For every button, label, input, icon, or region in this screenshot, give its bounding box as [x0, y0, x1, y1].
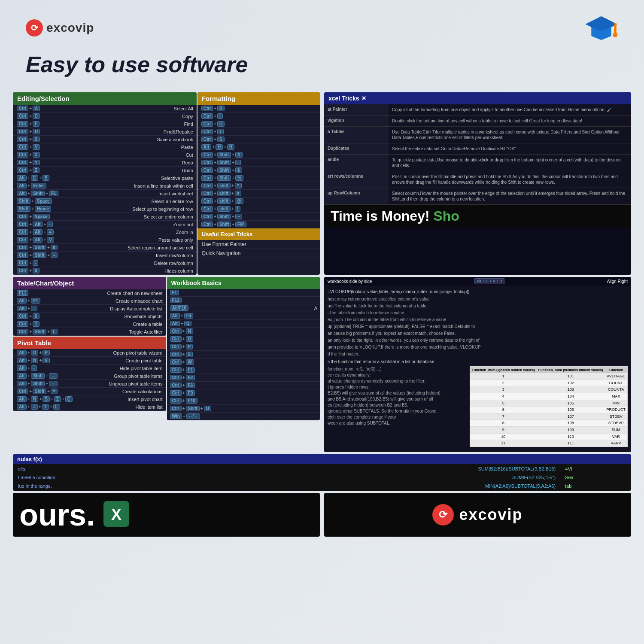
subtotal-line6: and B5.And subtotal(109,B2:B5) will give…	[328, 396, 463, 402]
money-banner: Time is Money! Sho	[324, 205, 631, 228]
table-row: ells. SUM(B2:B16)/SUBTOTAL(9,B2:B16) =VI	[14, 465, 630, 473]
table-row: Ctrl+Alt+VPaste value only	[13, 236, 197, 244]
formatting-table: Ctrl+B Ctrl+I Ctrl+U Ctrl+1 Ctrl+S Alt+H…	[197, 105, 320, 228]
table-row: Ctrl+ASelect All	[13, 105, 197, 112]
trick-name-handle: andle	[324, 155, 389, 171]
table-row: Ctrl+ZUndo	[13, 167, 197, 174]
bottom-banner: ours. X ⟳ excovip	[0, 491, 644, 541]
excel-tricks-title: xcel Tricks ☀	[328, 95, 367, 102]
trick-name-swap: ap Row/Column	[324, 188, 389, 205]
table-row: 1101AVERAGE	[470, 373, 627, 380]
table-row: Alt+↓Display Autocomplete list	[13, 305, 166, 313]
formula-desc: ells.	[14, 465, 207, 473]
table-row: Alt+Shift+F1Insert worksheet	[13, 190, 197, 197]
table-row: Ctrl+TCreate a table	[13, 320, 166, 328]
table-row: Ctrl+Shift+%	[197, 174, 320, 182]
subtotal-line8: ignores other SUBTOTALS. So the formula …	[328, 408, 463, 414]
table-row: Alt+H+H	[197, 143, 320, 151]
table-row: Alt+-Hide pivot table item	[13, 365, 166, 372]
table-row: Ctrl+Shift+$	[197, 167, 320, 174]
table-row: 9109SUM	[470, 426, 627, 433]
excel-tricks-panel: xcel Tricks ☀ at Painter Copy all of the…	[324, 92, 631, 275]
trick-name-insert-rows: ert rows/columns	[324, 171, 389, 188]
table-row: Win+←/→	[167, 413, 320, 420]
top-panels-row: Editing/Selection Ctrl+ASelect All Ctrl+…	[0, 90, 644, 275]
quick-navigation-link[interactable]: Quick Navigation	[197, 249, 320, 258]
tagline: Easy to use software	[0, 47, 644, 90]
table-row: Alt+Shift+→Group pivot table items	[13, 372, 166, 380]
trick-desc-tables: Use Data Table(Ctrl+T)for multiple table…	[389, 127, 631, 143]
wb-sidebar-label: Align Right	[607, 279, 628, 284]
table-row: Ctrl+S	[167, 351, 320, 358]
trick-desc-navigation: Double click the bottom line of any cell…	[389, 115, 631, 127]
table-row: F11Create chart on new sheet	[13, 289, 166, 297]
table-row: Ctrl+Shift+~	[197, 213, 320, 221]
graduation-hat-icon	[584, 13, 618, 43]
table-row: Alt+F4	[167, 312, 320, 320]
table-row: Ctrl+shift+!	[197, 205, 320, 213]
workbook-basics-panel: Workbook Basics F1 F12 Alt/F10A Alt+F4 A…	[167, 277, 320, 420]
table-row: Alt+D+POpen pivot table wizard	[13, 349, 166, 357]
table-row: Ctrl+FFind	[13, 120, 197, 128]
table-row: 5105MIN	[470, 400, 627, 407]
svg-point-3	[613, 32, 617, 37]
table-pivot-column: Table/Chart/Object F11Create chart on ne…	[13, 277, 166, 420]
table-row: Ctrl+O	[167, 335, 320, 343]
table-row: Ctrl+Shift+8Select region around active …	[13, 244, 197, 252]
useful-tricks-header: Useful Excel Tricks	[197, 228, 320, 240]
table-row: 2102COUNT	[470, 380, 627, 386]
vlookup-line9: d the first match.	[328, 351, 628, 357]
use-format-painter-link[interactable]: Use Format Painter	[197, 240, 320, 249]
logo-icon: ⟳	[26, 19, 43, 36]
table-row: 8108STDEVP	[470, 420, 627, 427]
bottom-left: Table/Chart/Object F11Create chart on ne…	[13, 277, 320, 452]
table-row: F12	[167, 297, 320, 304]
trick-name-duplicates: Duplicates	[324, 143, 389, 155]
subtotal-line4: t ignores hidden rows.	[328, 384, 463, 390]
table-row: Ctrl+W	[167, 358, 320, 366]
pivot-shortcut-table: Alt+D+POpen pivot table wizard Alt+N+VCr…	[13, 349, 166, 411]
vlookup-line3: -The table from which to retrieve a valu…	[328, 310, 628, 316]
vlookup-line7: an only look to the right. In other word…	[328, 337, 628, 343]
table-row: Alt+F1Create embaded chart	[13, 297, 166, 305]
table-row: Alt+J+T+LHide item list	[13, 403, 166, 411]
table-row: Ctrl+HFind&Repalce	[13, 128, 197, 136]
bottom-grid: Table/Chart/Object F11Create chart on ne…	[0, 275, 644, 452]
table-row: Alt+E+SSelective paste	[13, 174, 197, 182]
workbook-basics-header: Workbook Basics	[167, 277, 320, 289]
trick-name-tables: a Tables	[324, 127, 389, 143]
trick-desc-insert-rows: Position cursor over the fill handle and…	[389, 171, 631, 188]
subtotal-function-table: Function_num (ignores hidden values)Func…	[470, 366, 628, 447]
table-row: Ctrl+CCopy	[13, 112, 197, 120]
table-row: Ctrl+6Show/hide objects	[13, 313, 166, 320]
table-row: Ctrl+S	[197, 136, 320, 143]
money-sho: Sho	[433, 208, 459, 224]
table-row: Alt+N+S+Z+CInsert pivot chart	[13, 395, 166, 403]
table-row: Ctrl+N	[167, 328, 320, 335]
formula-desc: lue in the range.	[14, 482, 207, 490]
logo: ⟳ excovip	[26, 19, 94, 36]
table-row: Shift+HomeSelect up to beginning of row	[13, 205, 197, 213]
table-row: Ctrl+F10	[167, 397, 320, 405]
formula-value: SUM(B2:B16)/SUBTOTAL(9,B2:B16)	[208, 465, 560, 473]
formatting-panel: Formatting Ctrl+B Ctrl+I Ctrl+U Ctrl+1 C…	[197, 92, 320, 275]
table-row: Ctrl+0Hides column	[13, 267, 197, 275]
table-row: Ctrl+Shift+F/P	[197, 221, 320, 228]
excel-icon: X	[103, 501, 129, 529]
table-row: Ctrl+shift+#	[197, 190, 320, 197]
trick-name-painter: at Painter	[324, 104, 389, 115]
table-row: Ctrl+I	[197, 112, 320, 120]
trick-desc-handle: To quickly poulate data.Use mouse to do …	[389, 155, 631, 171]
wb-sidebar-text: workbooks side by side	[328, 279, 372, 284]
trick-desc-painter: Copy all of the formatting from one obje…	[389, 104, 631, 115]
subtotal-line3: al value changes dynamically according t…	[328, 378, 463, 384]
table-row: 7107STDEV	[470, 413, 627, 420]
subtotal-content: function_num, ref1, [ref2],...) ce resul…	[328, 366, 628, 449]
table-row: Ctrl+XCut	[13, 151, 197, 159]
table-panel-header: Table/Chart/Object	[13, 277, 166, 289]
formulas-header: nulas f(x)	[13, 454, 631, 464]
formulas-table: ells. SUM(B2:B16)/SUBTOTAL(9,B2:B16) =VI…	[13, 464, 631, 491]
table-row: Ctrl+F1	[167, 366, 320, 374]
trick-name-navigation: vigation	[324, 115, 389, 127]
formula-desc: t meet a condition.	[14, 474, 207, 481]
